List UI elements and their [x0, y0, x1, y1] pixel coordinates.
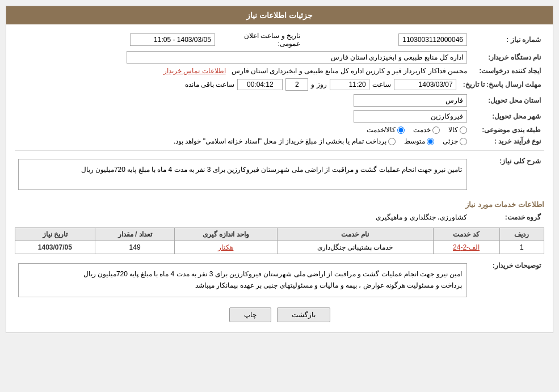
col-date: تاریخ نیاز [15, 228, 95, 241]
deadline-label: مهلت ارسال پاسخ: تا تاریخ: [460, 77, 544, 92]
button-row: بازگشت چاپ [15, 307, 544, 322]
deadline-time-box: 11:20 [330, 79, 369, 90]
radio-kala[interactable]: کالا [448, 126, 467, 134]
deadline-remaining-label: ساعت باقی مانده [185, 81, 235, 88]
date-announce-label: تاریخ و ساعت اعلان عمومی: [244, 32, 300, 48]
city-box: فیروکارزین [354, 110, 467, 123]
service-group-label: گروه خدمت: [470, 212, 544, 223]
deadline-time-label: ساعت [372, 81, 391, 88]
col-code: کد خدمت [433, 228, 499, 241]
radio-jozii[interactable]: جزئی [443, 137, 467, 145]
print-button[interactable]: چاپ [229, 307, 271, 322]
radio-motavaset-input[interactable] [427, 138, 434, 145]
col-unit: واحد اندازه گیری [175, 228, 277, 241]
deadline-day-box: 2 [285, 78, 308, 91]
need-number-label: شماره نیاز : [470, 30, 544, 49]
radio-kala-input[interactable] [460, 127, 467, 134]
buyer-notes-label: توصیحات خریدار: [470, 259, 544, 302]
radio-kala-label: کالا [448, 126, 458, 134]
radio-kala-khedmat-input[interactable] [397, 127, 405, 134]
province-box: فارس [354, 94, 467, 107]
radio-motavaset[interactable]: متوسط [404, 137, 434, 145]
deadline-day-label: روز و [311, 81, 326, 88]
table-row: 1 الف-2-24 خدمات پشتیبانی جنگل‌داری هکتا… [15, 241, 544, 254]
need-desc-box: تامین نیرو جهت انجام عملیات گشت و مراقبت… [18, 159, 467, 190]
date-announce-box: 1403/03/05 - 11:05 [130, 33, 215, 46]
col-row: ردیف [499, 228, 544, 241]
city-label: شهر محل تحویل: [470, 108, 544, 124]
buyer-org-value: اداره کل منابع طبیعی و ابخیزداری استان ف… [15, 49, 470, 65]
page-title: جزئیات اطلاعات نیاز [6, 6, 553, 24]
buyer-org-box: اداره کل منابع طبیعی و ابخیزداری استان ف… [127, 51, 467, 64]
radio-pardakht[interactable]: برداخت تمام یا بخشی از مبلغ خریداز از مح… [174, 137, 396, 145]
radio-kala-khedmat[interactable]: کالا/خدمت [367, 126, 405, 134]
col-qty: تعداد / مقدار [95, 228, 175, 241]
cell-date: 1403/07/05 [15, 241, 95, 254]
radio-khedmat-input[interactable] [432, 127, 440, 134]
radio-kala-khedmat-label: کالا/خدمت [367, 126, 396, 134]
buyer-org-label: نام دستگاه خریدار: [470, 49, 544, 65]
radio-motavaset-label: متوسط [404, 137, 425, 145]
need-number-value: 1103003112000046 [304, 30, 470, 49]
purchase-label: نوع فرآیند خرید : [470, 136, 544, 147]
need-number-box: 1103003112000046 [398, 33, 467, 46]
need-desc-label: شرح کلی نیاز: [470, 154, 544, 195]
services-section-title: اطلاعات خدمات مورد نیاز [15, 200, 544, 209]
deadline-remaining-box: 00:04:12 [237, 79, 283, 90]
cell-row: 1 [499, 241, 544, 254]
radio-pardakht-label: برداخت تمام یا بخشی از مبلغ خریداز از مح… [174, 137, 386, 145]
contact-link[interactable]: اطلاعات تماس خریدار [163, 67, 226, 75]
service-group-value: کشاورزی، جنگلداری و ماهیگیری [376, 213, 467, 221]
cell-qty: 149 [95, 241, 175, 254]
radio-jozii-input[interactable] [460, 138, 467, 145]
deadline-date-box: 1403/03/07 [394, 79, 456, 90]
back-button[interactable]: بازگشت [277, 307, 330, 322]
category-label: طبقه بندی موضوعی: [470, 124, 544, 136]
radio-pardakht-input[interactable] [388, 138, 396, 145]
buyer-notes-box: امین نیرو جهت انجام عملیات گشت و مراقبت … [18, 263, 467, 297]
cell-unit: هکتار [175, 241, 277, 254]
cell-name: خدمات پشتیبانی جنگل‌داری [277, 241, 433, 254]
col-name: نام خدمت [277, 228, 433, 241]
services-table: ردیف کد خدمت نام خدمت واحد اندازه گیری ت… [15, 227, 544, 254]
province-label: استان محل تحویل: [470, 92, 544, 108]
cell-code: الف-2-24 [433, 241, 499, 254]
creator-label: ایجاد کننده درخواست: [470, 65, 544, 77]
radio-khedmat[interactable]: خدمت [413, 126, 440, 134]
creator-value: محسن فداکار کاربرداز فیر و کارزین اداره … [232, 67, 467, 75]
radio-khedmat-label: خدمت [413, 126, 431, 134]
radio-jozii-label: جزئی [443, 137, 458, 145]
